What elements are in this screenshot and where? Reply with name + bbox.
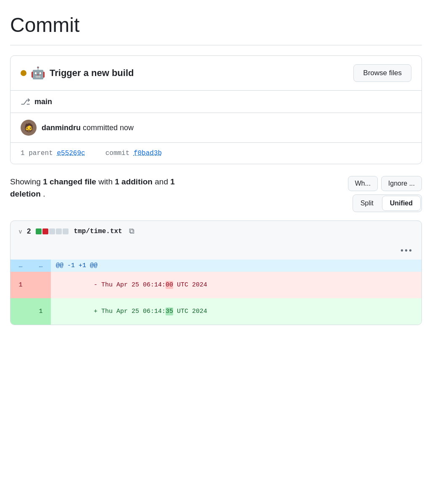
commit-hash[interactable]: f0bad3b <box>134 150 162 157</box>
del-line-old: 1 <box>11 272 31 298</box>
diff-bar-green <box>36 228 42 234</box>
collapse-chevron-icon[interactable]: v <box>19 228 22 235</box>
author-text: danmindru committed now <box>42 123 134 132</box>
branch-icon: ⎇ <box>21 97 30 107</box>
diff-options-menu[interactable]: ••• <box>400 246 413 255</box>
hunk-line-num-new: … <box>31 260 51 272</box>
commit-branch-row: ⎇ main <box>11 91 421 113</box>
author-action-label: committed <box>83 123 118 132</box>
ignore-filter-button[interactable]: Ignore ... <box>381 176 422 191</box>
diff-file-block: v 2 tmp/time.txt ⧉ ••• … … @@ -1 +1 @@ 1 <box>10 220 422 325</box>
del-suffix: UTC 2024 <box>173 281 207 289</box>
branch-name: main <box>34 97 52 106</box>
diff-add-row: 1 + Thu Apr 25 06:14:35 UTC 2024 <box>11 298 421 325</box>
add-line-old <box>11 298 31 325</box>
diff-bar-gray-3 <box>63 228 68 234</box>
page-divider <box>10 45 422 45</box>
diff-hunk-row: … … @@ -1 +1 @@ <box>11 260 421 272</box>
summary-bold2: 1 addition <box>115 177 153 186</box>
diff-file-header: v 2 tmp/time.txt ⧉ <box>11 221 421 242</box>
summary-mid2: and <box>155 177 168 186</box>
diff-summary: Showing 1 changed file with 1 addition a… <box>10 176 187 200</box>
add-highlight: 35 <box>166 307 173 315</box>
avatar: 🧔 <box>21 120 37 136</box>
del-prefix: Thu Apr 25 06:14: <box>97 281 166 289</box>
diff-bar-red <box>42 228 48 234</box>
diff-bar-gray-1 <box>49 228 55 234</box>
author-time: now <box>120 123 134 132</box>
unified-view-button[interactable]: Unified <box>382 196 421 211</box>
author-name: danmindru <box>42 123 81 132</box>
diff-filename: tmp/time.txt <box>74 228 122 235</box>
add-sign: + <box>94 308 97 315</box>
diff-view-controls: Wh... Ignore ... Split Unified <box>348 176 422 212</box>
diff-del-row: 1 - Thu Apr 25 06:14:00 UTC 2024 <box>11 272 421 298</box>
hunk-line-num-old: … <box>11 260 31 272</box>
diff-bars <box>36 228 68 234</box>
commit-title-text: Trigger a new build <box>50 68 134 79</box>
robot-emoji: 🤖 <box>31 67 45 79</box>
del-content: - Thu Apr 25 06:14:00 UTC 2024 <box>51 272 421 298</box>
diff-filter-row: Wh... Ignore ... <box>348 176 422 191</box>
changed-count: 2 <box>27 227 31 236</box>
commit-author-row: 🧔 danmindru committed now <box>11 113 421 143</box>
summary-mid1: with <box>98 177 113 186</box>
browse-files-button[interactable]: Browse files <box>353 64 411 82</box>
split-view-button[interactable]: Split <box>353 195 381 212</box>
del-line-new <box>31 272 51 298</box>
copy-icon[interactable]: ⧉ <box>129 227 134 236</box>
summary-prefix: Showing <box>10 177 41 186</box>
commit-title-group: 🤖 Trigger a new build <box>21 67 134 79</box>
commit-card-header: 🤖 Trigger a new build Browse files <box>11 56 421 91</box>
page-title: Commit <box>10 13 422 37</box>
diff-bar-gray-2 <box>56 228 62 234</box>
diff-table: … … @@ -1 +1 @@ 1 - Thu Apr 25 06:14:00 … <box>11 260 421 325</box>
parent-label: 1 parent <box>21 150 53 157</box>
view-toggle-row: Split Unified <box>353 194 422 212</box>
del-highlight: 00 <box>166 281 173 289</box>
space2 <box>89 150 101 157</box>
add-suffix: UTC 2024 <box>173 308 207 315</box>
diff-controls: Showing 1 changed file with 1 addition a… <box>10 176 422 212</box>
whitespace-filter-button[interactable]: Wh... <box>348 176 378 191</box>
status-dot <box>21 70 26 76</box>
commit-label: commit <box>105 150 130 157</box>
summary-suffix: . <box>43 189 45 198</box>
diff-dots-row: ••• <box>11 242 421 260</box>
del-sign: - <box>94 281 97 289</box>
commit-meta-row: 1 parent e55269c commit f0bad3b <box>11 143 421 164</box>
summary-bold1: 1 changed file <box>43 177 96 186</box>
add-content: + Thu Apr 25 06:14:35 UTC 2024 <box>51 298 421 325</box>
add-prefix: Thu Apr 25 06:14: <box>97 308 166 315</box>
add-line-new: 1 <box>31 298 51 325</box>
hunk-content: @@ -1 +1 @@ <box>51 260 421 272</box>
commit-card: 🤖 Trigger a new build Browse files ⎇ mai… <box>10 55 422 164</box>
parent-hash[interactable]: e55269c <box>57 150 85 157</box>
